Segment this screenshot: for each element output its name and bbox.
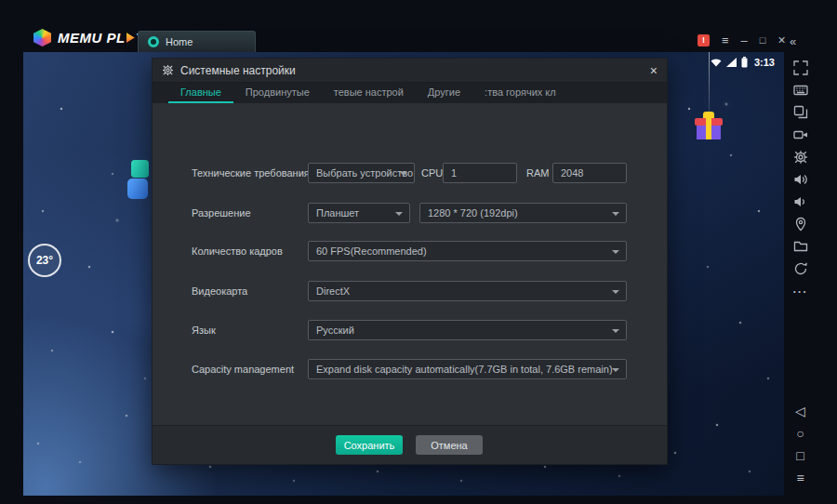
nav-home-button[interactable]: ○ — [792, 425, 809, 442]
more-icon: ··· — [793, 285, 808, 298]
dialog-titlebar: Системные настройки × — [153, 59, 667, 83]
home-icon: ○ — [796, 427, 804, 440]
nav-back-button[interactable]: ◁ — [792, 403, 809, 419]
dialog-gear-icon — [162, 64, 174, 76]
gift-box-icon[interactable] — [695, 112, 723, 141]
window-menu-icon[interactable]: ≡ — [722, 34, 729, 46]
macro-record-button[interactable] — [792, 126, 809, 143]
maximize-icon[interactable]: □ — [760, 35, 766, 46]
status-time: 3:13 — [754, 57, 775, 68]
keyboard-icon — [793, 83, 808, 98]
close-icon[interactable]: × — [777, 33, 785, 46]
fps-label: Количество кадров — [192, 241, 283, 261]
settings-button[interactable] — [792, 149, 809, 166]
gift-bow — [703, 112, 714, 118]
save-button[interactable]: Сохранить — [336, 435, 403, 455]
more-button[interactable]: ··· — [792, 283, 809, 299]
gift-lid — [695, 118, 723, 126]
nav-recents-button[interactable]: □ — [792, 447, 809, 464]
resolution-label: Разрешение — [192, 203, 251, 223]
collapse-sidebar-icon[interactable]: « — [790, 34, 795, 48]
dialog-title: Системные настройки — [180, 64, 296, 77]
gift-string — [709, 52, 710, 113]
tab-home[interactable]: Home — [138, 31, 256, 52]
fps-select[interactable]: 60 FPS(Recommended) — [308, 241, 627, 261]
recents-icon: □ — [796, 449, 804, 462]
app-icon-teal[interactable] — [131, 160, 149, 178]
dialog-tabbar: Главные Продвинутые тевые настрой Другие… — [153, 83, 667, 103]
logo-play-triangle-icon — [126, 33, 135, 43]
rotate-screen-button[interactable] — [792, 260, 809, 277]
weather-temp: 23° — [36, 254, 53, 267]
dialog-body: Технические требования Выбрать устройств… — [153, 103, 667, 464]
requirements-label: Технические требования — [192, 163, 310, 183]
dialog-footer: Сохранить Отмена — [153, 425, 667, 464]
home-tab-label: Home — [166, 36, 193, 47]
shared-folder-button[interactable] — [792, 238, 809, 255]
screen-record-icon — [793, 127, 808, 142]
location-pin-icon — [793, 217, 808, 232]
tab-main[interactable]: Главные — [168, 83, 233, 103]
weather-widget[interactable]: 23° — [28, 244, 61, 277]
sidebar-toolbar: ··· ◁ ○ □ ≡ — [784, 52, 817, 496]
language-label: Язык — [192, 320, 216, 340]
home-tab-icon — [148, 36, 159, 47]
volume-up-button[interactable] — [792, 171, 809, 188]
fullscreen-button[interactable] — [792, 60, 809, 76]
system-settings-dialog: Системные настройки × Главные Продвинуты… — [152, 58, 668, 465]
volume-down-icon — [793, 194, 808, 209]
signal-icon — [726, 58, 737, 67]
gpu-select[interactable]: DirectX — [308, 281, 627, 301]
wifi-icon — [711, 58, 722, 67]
tab-other[interactable]: Другие — [416, 83, 472, 103]
volume-down-button[interactable] — [792, 193, 809, 210]
multi-instance-icon — [793, 105, 808, 120]
tab-advanced[interactable]: Продвинутые — [233, 83, 322, 103]
dialog-close-icon[interactable]: × — [650, 64, 658, 77]
memu-logo-text: MEMU PL Y — [58, 30, 145, 46]
multi-instance-button[interactable] — [792, 104, 809, 121]
volume-up-icon — [793, 172, 808, 187]
android-status-bar: 3:13 — [711, 57, 775, 68]
cpu-label: CPU — [421, 163, 443, 183]
tab-hotkeys[interactable]: :тва горячих кл — [472, 83, 568, 103]
back-icon: ◁ — [795, 405, 805, 418]
promo-alert-icon[interactable]: ! — [698, 34, 710, 46]
app-icon-blue[interactable] — [127, 179, 148, 199]
resolution-type-select[interactable]: Планшет — [308, 203, 410, 223]
keymapping-button[interactable] — [792, 82, 809, 99]
logo-text-left: MEMU PL — [58, 30, 126, 46]
device-select[interactable]: Выбрать устройство — [308, 163, 415, 183]
rotate-icon — [793, 261, 808, 276]
tab-network[interactable]: тевые настрой — [322, 83, 416, 103]
location-button[interactable] — [792, 216, 809, 232]
resolution-value-select[interactable]: 1280 * 720 (192dpi) — [419, 203, 627, 223]
capacity-select[interactable]: Expand disk capacity automatically(7.7GB… — [308, 359, 627, 379]
capacity-label: Capacity management — [192, 359, 294, 379]
folder-icon — [793, 239, 808, 254]
wallpaper-stars — [23, 52, 25, 54]
window-controls: ! ≡ – □ × — [698, 33, 786, 46]
memu-logo-icon — [33, 29, 51, 46]
nav-menu-icon: ≡ — [796, 471, 804, 484]
gift-body — [697, 126, 721, 139]
ram-input[interactable] — [552, 163, 627, 183]
memu-logo: MEMU PL Y — [33, 29, 145, 46]
settings-gear-icon — [793, 150, 808, 165]
gpu-label: Видеокарта — [192, 281, 247, 301]
minimize-icon[interactable]: – — [741, 34, 748, 46]
cancel-button[interactable]: Отмена — [416, 435, 483, 455]
fullscreen-icon — [793, 60, 808, 75]
language-select[interactable]: Русский — [308, 320, 627, 340]
cpu-input[interactable] — [443, 163, 517, 183]
nav-menu-button[interactable]: ≡ — [792, 470, 809, 486]
ram-label: RAM — [526, 163, 549, 183]
battery-icon — [741, 57, 748, 68]
